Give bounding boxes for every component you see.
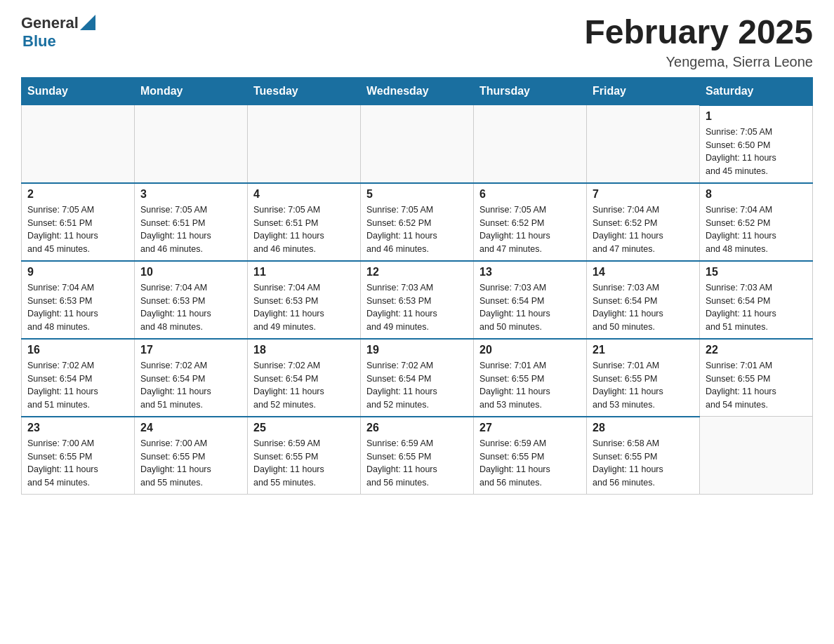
day-number: 8 xyxy=(706,188,807,201)
day-of-week-header: Thursday xyxy=(474,77,587,105)
day-number: 28 xyxy=(593,422,694,434)
day-info: Sunrise: 7:02 AMSunset: 6:54 PMDaylight:… xyxy=(27,359,128,412)
day-number: 12 xyxy=(366,266,468,279)
calendar-day-cell: 9Sunrise: 7:04 AMSunset: 6:53 PMDaylight… xyxy=(22,261,135,339)
logo-icon xyxy=(80,15,95,30)
calendar-day-cell: 22Sunrise: 7:01 AMSunset: 6:55 PMDayligh… xyxy=(700,339,813,417)
day-number: 24 xyxy=(140,422,241,434)
calendar-day-cell: 16Sunrise: 7:02 AMSunset: 6:54 PMDayligh… xyxy=(22,339,135,417)
day-number: 11 xyxy=(253,266,355,279)
day-number: 22 xyxy=(706,344,807,356)
day-number: 15 xyxy=(706,266,807,279)
day-of-week-header: Wednesday xyxy=(361,77,474,105)
day-info: Sunrise: 7:02 AMSunset: 6:54 PMDaylight:… xyxy=(366,359,468,412)
day-of-week-header: Monday xyxy=(135,77,248,105)
logo-blue-text: Blue xyxy=(22,32,56,51)
calendar-week-row: 23Sunrise: 7:00 AMSunset: 6:55 PMDayligh… xyxy=(22,417,813,495)
day-number: 6 xyxy=(479,188,581,201)
calendar-day-cell: 18Sunrise: 7:02 AMSunset: 6:54 PMDayligh… xyxy=(248,339,361,417)
day-number: 2 xyxy=(27,188,128,201)
calendar-day-cell: 7Sunrise: 7:04 AMSunset: 6:52 PMDaylight… xyxy=(587,183,700,261)
day-number: 5 xyxy=(366,188,468,201)
calendar-subtitle: Yengema, Sierra Leone xyxy=(584,54,813,70)
day-info: Sunrise: 7:05 AMSunset: 6:52 PMDaylight:… xyxy=(366,203,468,256)
calendar-day-cell: 13Sunrise: 7:03 AMSunset: 6:54 PMDayligh… xyxy=(474,261,587,339)
day-info: Sunrise: 7:02 AMSunset: 6:54 PMDaylight:… xyxy=(253,359,355,412)
calendar-day-cell: 17Sunrise: 7:02 AMSunset: 6:54 PMDayligh… xyxy=(135,339,248,417)
day-info: Sunrise: 7:05 AMSunset: 6:51 PMDaylight:… xyxy=(253,203,355,256)
day-info: Sunrise: 7:02 AMSunset: 6:54 PMDaylight:… xyxy=(140,359,241,412)
logo-general-text: General xyxy=(21,14,79,32)
calendar-day-cell: 23Sunrise: 7:00 AMSunset: 6:55 PMDayligh… xyxy=(22,417,135,495)
day-number: 4 xyxy=(253,188,355,201)
page-header: General Blue February 2025 Yengema, Sier… xyxy=(21,14,813,70)
calendar-week-row: 9Sunrise: 7:04 AMSunset: 6:53 PMDaylight… xyxy=(22,261,813,339)
calendar-day-cell: 2Sunrise: 7:05 AMSunset: 6:51 PMDaylight… xyxy=(22,183,135,261)
day-info: Sunrise: 6:59 AMSunset: 6:55 PMDaylight:… xyxy=(366,437,468,490)
day-info: Sunrise: 7:04 AMSunset: 6:52 PMDaylight:… xyxy=(706,203,807,256)
day-of-week-header: Sunday xyxy=(22,77,135,105)
calendar-day-cell: 5Sunrise: 7:05 AMSunset: 6:52 PMDaylight… xyxy=(361,183,474,261)
calendar-day-cell xyxy=(135,105,248,183)
calendar-day-cell: 4Sunrise: 7:05 AMSunset: 6:51 PMDaylight… xyxy=(248,183,361,261)
day-number: 7 xyxy=(593,188,694,201)
day-number: 17 xyxy=(140,344,241,356)
calendar-week-row: 1Sunrise: 7:05 AMSunset: 6:50 PMDaylight… xyxy=(22,105,813,183)
day-number: 19 xyxy=(366,344,468,356)
logo: General Blue xyxy=(21,14,95,51)
day-number: 9 xyxy=(27,266,128,279)
calendar-day-cell: 11Sunrise: 7:04 AMSunset: 6:53 PMDayligh… xyxy=(248,261,361,339)
day-info: Sunrise: 7:01 AMSunset: 6:55 PMDaylight:… xyxy=(593,359,694,412)
day-number: 21 xyxy=(593,344,694,356)
day-info: Sunrise: 7:05 AMSunset: 6:50 PMDaylight:… xyxy=(706,126,807,178)
day-info: Sunrise: 7:01 AMSunset: 6:55 PMDaylight:… xyxy=(479,359,581,412)
calendar-day-cell: 27Sunrise: 6:59 AMSunset: 6:55 PMDayligh… xyxy=(474,417,587,495)
day-number: 13 xyxy=(479,266,581,279)
day-info: Sunrise: 7:03 AMSunset: 6:53 PMDaylight:… xyxy=(366,281,468,334)
day-number: 20 xyxy=(479,344,581,356)
day-info: Sunrise: 7:05 AMSunset: 6:52 PMDaylight:… xyxy=(479,203,581,256)
day-number: 27 xyxy=(479,422,581,434)
day-info: Sunrise: 7:03 AMSunset: 6:54 PMDaylight:… xyxy=(593,281,694,334)
calendar-day-cell xyxy=(22,105,135,183)
day-of-week-header: Saturday xyxy=(700,77,813,105)
day-number: 16 xyxy=(27,344,128,356)
svg-marker-0 xyxy=(80,15,95,30)
calendar-day-cell: 28Sunrise: 6:58 AMSunset: 6:55 PMDayligh… xyxy=(587,417,700,495)
calendar-day-cell xyxy=(587,105,700,183)
day-info: Sunrise: 7:04 AMSunset: 6:52 PMDaylight:… xyxy=(593,203,694,256)
day-info: Sunrise: 7:04 AMSunset: 6:53 PMDaylight:… xyxy=(253,281,355,334)
calendar-day-cell: 25Sunrise: 6:59 AMSunset: 6:55 PMDayligh… xyxy=(248,417,361,495)
calendar-day-cell: 26Sunrise: 6:59 AMSunset: 6:55 PMDayligh… xyxy=(361,417,474,495)
calendar-day-cell xyxy=(248,105,361,183)
day-info: Sunrise: 7:05 AMSunset: 6:51 PMDaylight:… xyxy=(27,203,128,256)
day-number: 1 xyxy=(706,110,807,123)
day-number: 10 xyxy=(140,266,241,279)
day-number: 23 xyxy=(27,422,128,434)
day-info: Sunrise: 7:03 AMSunset: 6:54 PMDaylight:… xyxy=(706,281,807,334)
calendar-day-cell: 10Sunrise: 7:04 AMSunset: 6:53 PMDayligh… xyxy=(135,261,248,339)
calendar-day-cell: 1Sunrise: 7:05 AMSunset: 6:50 PMDaylight… xyxy=(700,105,813,183)
calendar-day-cell: 21Sunrise: 7:01 AMSunset: 6:55 PMDayligh… xyxy=(587,339,700,417)
calendar-week-row: 16Sunrise: 7:02 AMSunset: 6:54 PMDayligh… xyxy=(22,339,813,417)
day-info: Sunrise: 7:04 AMSunset: 6:53 PMDaylight:… xyxy=(140,281,241,334)
calendar-day-cell: 6Sunrise: 7:05 AMSunset: 6:52 PMDaylight… xyxy=(474,183,587,261)
day-info: Sunrise: 7:01 AMSunset: 6:55 PMDaylight:… xyxy=(706,359,807,412)
day-number: 18 xyxy=(253,344,355,356)
calendar-day-cell xyxy=(474,105,587,183)
day-of-week-header: Tuesday xyxy=(248,77,361,105)
day-number: 14 xyxy=(593,266,694,279)
calendar-day-cell: 24Sunrise: 7:00 AMSunset: 6:55 PMDayligh… xyxy=(135,417,248,495)
calendar-day-cell xyxy=(700,417,813,495)
calendar-day-cell: 3Sunrise: 7:05 AMSunset: 6:51 PMDaylight… xyxy=(135,183,248,261)
title-section: February 2025 Yengema, Sierra Leone xyxy=(584,14,813,70)
day-info: Sunrise: 6:59 AMSunset: 6:55 PMDaylight:… xyxy=(479,437,581,490)
day-info: Sunrise: 7:04 AMSunset: 6:53 PMDaylight:… xyxy=(27,281,128,334)
day-info: Sunrise: 7:03 AMSunset: 6:54 PMDaylight:… xyxy=(479,281,581,334)
calendar-week-row: 2Sunrise: 7:05 AMSunset: 6:51 PMDaylight… xyxy=(22,183,813,261)
day-number: 25 xyxy=(253,422,355,434)
day-info: Sunrise: 6:59 AMSunset: 6:55 PMDaylight:… xyxy=(253,437,355,490)
calendar-table: SundayMondayTuesdayWednesdayThursdayFrid… xyxy=(21,77,813,495)
day-info: Sunrise: 6:58 AMSunset: 6:55 PMDaylight:… xyxy=(593,437,694,490)
calendar-day-cell: 8Sunrise: 7:04 AMSunset: 6:52 PMDaylight… xyxy=(700,183,813,261)
